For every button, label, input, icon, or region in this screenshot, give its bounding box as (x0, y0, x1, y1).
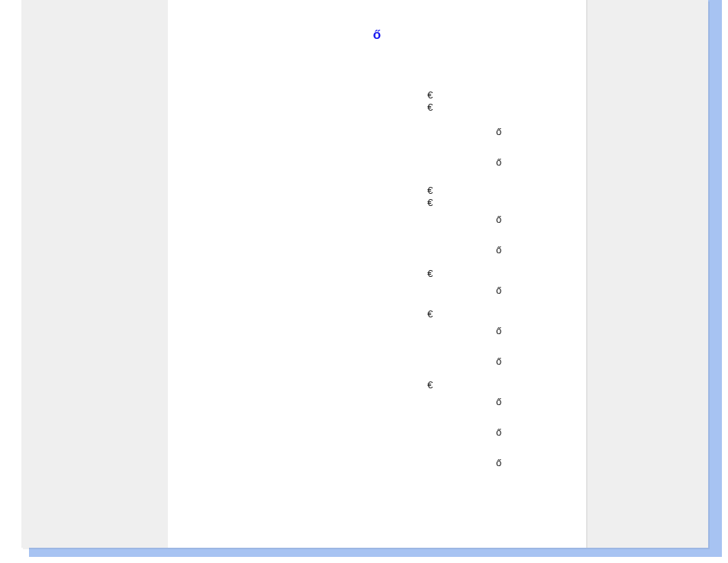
bullet-o: ő (496, 127, 501, 137)
bullet-o: ő (496, 458, 501, 468)
bullet-euro: € (427, 185, 433, 195)
bullet-o: ő (496, 397, 501, 407)
left-margin (21, 0, 168, 548)
bullet-euro: € (427, 309, 433, 319)
document-viewer: ő €€€€€€€őőőőőőőőőő (21, 0, 708, 548)
right-margin (586, 0, 708, 548)
bullet-euro: € (427, 198, 433, 208)
bullet-euro: € (427, 90, 433, 100)
page-right-edge (586, 0, 588, 548)
bullet-euro: € (427, 269, 433, 278)
bullet-o: ő (496, 326, 501, 336)
bullet-o: ő (496, 427, 501, 437)
bullet-o: ő (496, 214, 501, 224)
bullet-o: ő (496, 285, 501, 295)
bullet-o: ő (496, 356, 501, 366)
document-page: ő €€€€€€€őőőőőőőőőő (168, 0, 586, 548)
page-title: ő (168, 27, 586, 43)
bullet-euro: € (427, 380, 433, 390)
bullet-euro: € (427, 102, 433, 112)
bullet-o: ő (496, 157, 501, 167)
bullet-o: ő (496, 245, 501, 255)
